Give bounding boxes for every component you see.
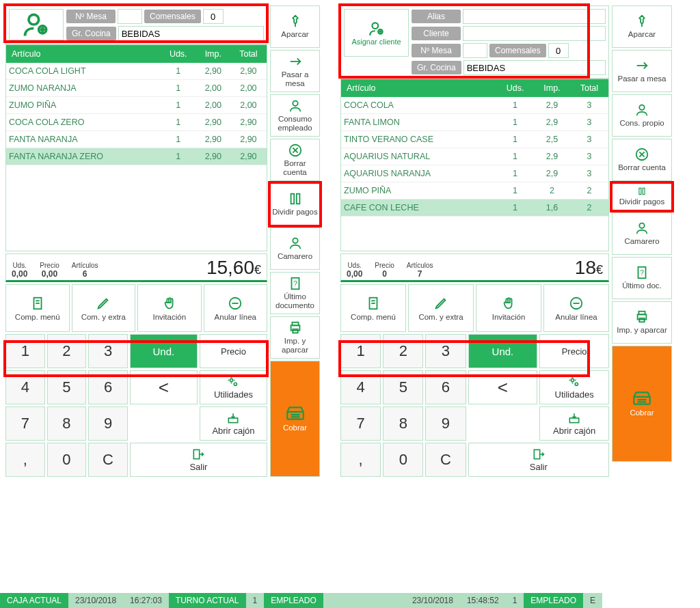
camarero-btn[interactable]: Camarero <box>270 227 320 270</box>
col-total: Total <box>230 45 267 63</box>
precio-btn[interactable]: Precio <box>200 334 267 368</box>
key-4[interactable]: 4 <box>5 370 45 404</box>
grcocina-input[interactable] <box>118 26 264 41</box>
key-C[interactable]: C <box>425 443 466 477</box>
key-7[interactable]: 7 <box>5 406 45 441</box>
cobrar-btn[interactable]: Cobrar <box>612 346 672 462</box>
key-4[interactable]: 4 <box>340 370 381 404</box>
table-row[interactable]: ZUMO NARANJA12,002,00 <box>6 80 267 97</box>
abrir-btn[interactable]: Abrir cajón <box>539 406 609 441</box>
und-btn[interactable]: Und. <box>130 334 198 368</box>
mesa-input[interactable] <box>118 9 142 24</box>
key-8[interactable]: 8 <box>47 406 87 441</box>
aparcar-btn[interactable]: Aparcar <box>270 5 320 48</box>
table-row[interactable]: AQUARIUS NARANJA12,93 <box>341 165 608 182</box>
key-1[interactable]: 1 <box>5 334 45 368</box>
anular-btn[interactable]: Anular línea <box>204 284 268 332</box>
aparcar-btn[interactable]: Aparcar <box>612 5 672 48</box>
empleado[interactable]: EMPLEADO <box>264 593 323 608</box>
key-3[interactable]: 3 <box>425 334 466 368</box>
lt-btn[interactable]: < <box>468 370 538 404</box>
key-9[interactable]: 9 <box>425 406 466 441</box>
pasar-mesa-btn[interactable]: Pasar a mesa <box>270 50 320 92</box>
imp-aparcar-btn[interactable]: Imp. y aparcar <box>270 316 320 359</box>
comp-menu-btn[interactable]: Comp. menú <box>340 284 406 332</box>
key-8[interactable]: 8 <box>383 406 423 441</box>
key-6[interactable]: 6 <box>425 370 466 404</box>
assign-client-btn[interactable] <box>9 9 64 40</box>
abrir-btn[interactable]: Abrir cajón <box>200 406 267 441</box>
key-0[interactable]: 0 <box>383 443 423 477</box>
key-7[interactable]: 7 <box>340 406 381 441</box>
dividir-pagos-btn[interactable]: Dividir pagos <box>270 183 320 225</box>
cliente-label: Cliente <box>412 27 461 40</box>
comensales-label: Comensales <box>144 10 201 23</box>
key-6[interactable]: 6 <box>88 370 128 404</box>
imp-aparcar-btn[interactable]: Imp. y aparcar <box>612 301 672 344</box>
comensales-input[interactable] <box>548 43 569 58</box>
anular-btn[interactable]: Anular línea <box>543 284 609 332</box>
borrar-cuenta-btn[interactable]: Borrar cuenta <box>612 139 672 181</box>
mesa-input[interactable] <box>463 43 487 58</box>
key-9[interactable]: 9 <box>88 406 128 441</box>
status-time2: 15:48:52 <box>460 593 506 608</box>
comensales-input[interactable] <box>203 9 224 24</box>
precio-btn[interactable]: Precio <box>539 334 609 368</box>
table-row[interactable]: ZUMO PIÑA122 <box>341 182 608 199</box>
turno-num: 1 <box>246 593 265 608</box>
empleado2[interactable]: EMPLEADO <box>524 593 583 608</box>
com-extra-btn[interactable]: Com. y extra <box>408 284 474 332</box>
table-row[interactable]: ZUMO PIÑA12,002,00 <box>6 97 267 114</box>
turno-actual[interactable]: TURNO ACTUAL <box>169 593 246 608</box>
table-row[interactable]: FANTA NARANJA ZERO12,902,90 <box>6 148 267 165</box>
cliente-input[interactable] <box>463 26 606 41</box>
salir-btn[interactable]: Salir <box>468 443 609 477</box>
key-2[interactable]: 2 <box>383 334 423 368</box>
salir-btn[interactable]: Salir <box>130 443 267 477</box>
table-row[interactable]: CAFE CON LECHE11,62 <box>341 199 608 217</box>
assign-client-btn[interactable]: Asignar cliente <box>344 9 409 57</box>
table-row[interactable]: COCA COLA LIGHT12,902,90 <box>6 63 267 80</box>
table-row[interactable]: AQUARIUS NATURAL12,93 <box>341 148 608 165</box>
col-articulo: Artículo <box>6 45 161 63</box>
invitacion-btn[interactable]: Invitación <box>476 284 541 332</box>
alias-input[interactable] <box>463 9 606 24</box>
ultimo-doc-btn[interactable]: Último doc. <box>612 257 672 299</box>
cons-propio-btn[interactable]: Cons. propio <box>612 94 672 137</box>
ultimo-doc-btn[interactable]: Último documento <box>270 272 320 314</box>
status-date: 23/10/2018 <box>68 593 123 608</box>
mesa-label: Nº Mesa <box>66 10 116 23</box>
borrar-cuenta-btn[interactable]: Borrar cuenta <box>270 139 320 181</box>
key-3[interactable]: 3 <box>88 334 128 368</box>
key-,[interactable]: , <box>5 443 45 477</box>
com-extra-btn[interactable]: Com. y extra <box>72 284 136 332</box>
pasar-mesa-btn[interactable]: Pasar a mesa <box>612 50 672 92</box>
table-row[interactable]: COCA COLA ZERO12,902,90 <box>6 114 267 131</box>
key-2[interactable]: 2 <box>47 334 87 368</box>
und-btn[interactable]: Und. <box>468 334 538 368</box>
util-btn[interactable]: Utilidades <box>200 370 267 404</box>
items-table: Artículo Uds. Imp. Total COCA COLA12,93F… <box>340 79 609 251</box>
table-row[interactable]: FANTA LIMON12,93 <box>341 114 608 131</box>
util-btn[interactable]: Utilidades <box>539 370 609 404</box>
key-1[interactable]: 1 <box>340 334 381 368</box>
table-row[interactable]: COCA COLA12,93 <box>341 97 608 114</box>
camarero-btn[interactable]: Camarero <box>612 212 672 255</box>
lt-btn[interactable]: < <box>130 370 198 404</box>
grcocina-input[interactable] <box>463 60 606 75</box>
cobrar-btn[interactable]: Cobrar <box>270 361 320 477</box>
key-C[interactable]: C <box>88 443 128 477</box>
invitacion-btn[interactable]: Invitación <box>137 284 202 332</box>
key-5[interactable]: 5 <box>383 370 423 404</box>
action-row: Comp. menú Com. y extra Invitación Anula… <box>340 284 609 332</box>
caja-actual[interactable]: CAJA ACTUAL <box>0 593 68 608</box>
consumo-emp-btn[interactable]: Consumo empleado <box>270 94 320 137</box>
key-,[interactable]: , <box>340 443 381 477</box>
key-5[interactable]: 5 <box>47 370 87 404</box>
action-row: Comp. menú Com. y extra Invitación Anula… <box>5 284 267 332</box>
table-row[interactable]: FANTA NARANJA12,902,90 <box>6 131 267 148</box>
key-0[interactable]: 0 <box>47 443 87 477</box>
table-row[interactable]: TINTO VERANO CASE12,53 <box>341 131 608 148</box>
dividir-pagos-btn[interactable]: Dividir pagos <box>612 183 672 210</box>
comp-menu-btn[interactable]: Comp. menú <box>5 284 70 332</box>
